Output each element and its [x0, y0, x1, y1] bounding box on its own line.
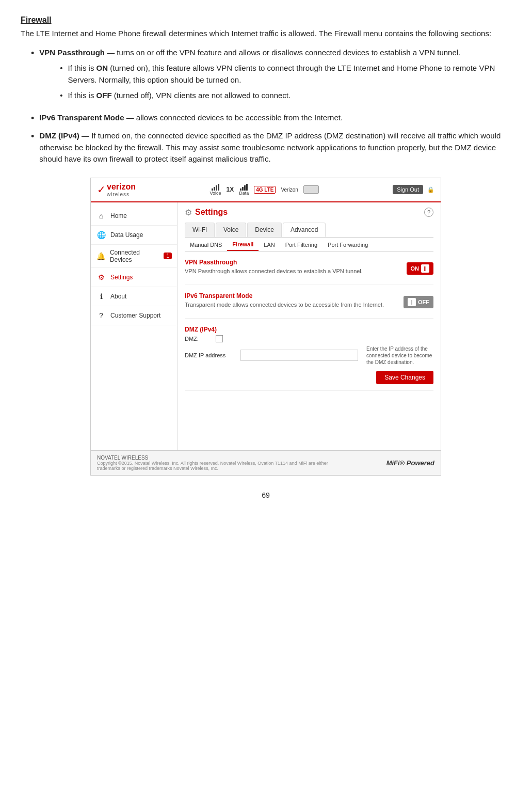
- router-ui: ✓ verizon wireless: [90, 178, 441, 476]
- ipv6-section-content: IPv6 Transparent Mode Transparent mode a…: [185, 292, 384, 312]
- tab-device[interactable]: Device: [247, 223, 282, 237]
- bullet-vpn: •: [31, 48, 34, 59]
- subtab-manual-dns[interactable]: Manual DNS: [185, 239, 227, 250]
- dmz-section-title: DMZ (IPv4): [185, 326, 433, 333]
- sidebar-item-connected-label: Connected Devices: [110, 249, 161, 263]
- dmz-field-label: DMZ:: [185, 336, 216, 342]
- sidebar-item-customer-support[interactable]: ? Customer Support: [91, 306, 177, 325]
- save-changes-button[interactable]: Save Changes: [376, 371, 433, 384]
- dmz-label: DMZ (IPv4): [39, 131, 79, 140]
- router-footer: NOVATEL WIRELESS Copyright ©2015. Novate…: [91, 450, 441, 475]
- ipv6-toggle-off[interactable]: | OFF: [404, 296, 433, 308]
- ipv6-section-title: IPv6 Transparent Mode: [185, 292, 384, 300]
- signal-1x: 1X: [226, 186, 234, 193]
- sub-bullet-off: •: [60, 91, 62, 100]
- vz-wireless-text: wireless: [107, 192, 136, 197]
- sidebar-item-support-label: Customer Support: [110, 312, 160, 319]
- sidebar: ⌂ Home 🌐 Data Usage 🔔 Connected Devices …: [91, 202, 178, 450]
- sidebar-item-about[interactable]: ℹ About: [91, 287, 177, 306]
- sidebar-item-data-usage[interactable]: 🌐 Data Usage: [91, 226, 177, 245]
- router-body: ⌂ Home 🌐 Data Usage 🔔 Connected Devices …: [91, 202, 441, 450]
- subtab-lan[interactable]: LAN: [259, 239, 280, 250]
- globe-icon: 🌐: [96, 230, 106, 240]
- help-icon[interactable]: ?: [424, 208, 433, 217]
- footer-left: NOVATEL WIRELESS Copyright ©2015. Novate…: [97, 455, 345, 471]
- section-title: Firewall: [21, 15, 511, 25]
- ipv6-connector: — allows connected devices to be accessi…: [124, 113, 343, 122]
- list-text-dmz: DMZ (IPv4) — If turned on, the connected…: [39, 130, 511, 165]
- list-item-dmz: • DMZ (IPv4) — If turned on, the connect…: [31, 130, 511, 165]
- data-signal-bars: [240, 183, 248, 191]
- tabs-row: Wi-Fi Voice Device Advanced: [185, 223, 433, 238]
- sidebar-item-about-label: About: [110, 293, 126, 300]
- gear-icon: ⚙: [96, 272, 106, 282]
- tab-voice[interactable]: Voice: [216, 223, 246, 237]
- vz-checkmark: ✓: [97, 183, 106, 196]
- ipv6-off-indicator: |: [408, 298, 416, 306]
- ipv6-section: IPv6 Transparent Mode Transparent mode a…: [185, 292, 433, 319]
- sidebar-item-connected-devices[interactable]: 🔔 Connected Devices 1: [91, 245, 177, 268]
- footer-logo: NOVATEL WIRELESS: [97, 455, 345, 461]
- mifi-logo: MiFi® Powered: [386, 459, 434, 467]
- panel-title-row: ⚙ Settings ?: [185, 208, 433, 217]
- subtab-port-forwarding[interactable]: Port Forwarding: [323, 239, 373, 250]
- home-icon: ⌂: [96, 211, 106, 221]
- vpn-sub-on-text: If this is ON (turned on), this feature …: [68, 62, 511, 86]
- vpn-sub-list: • If this is ON (turned on), this featur…: [39, 62, 511, 102]
- vpn-on-indicator: ||: [421, 264, 429, 273]
- sidebar-item-home[interactable]: ⌂ Home: [91, 207, 177, 226]
- vpn-sub-on: • If this is ON (turned on), this featur…: [60, 62, 511, 86]
- list-text-vpn: VPN Passthrough — turns on or off the VP…: [39, 47, 511, 106]
- panel-title: Settings: [195, 208, 228, 217]
- sidebar-item-settings[interactable]: ⚙ Settings: [91, 268, 177, 287]
- vpn-section-title: VPN Passthrough: [185, 259, 363, 266]
- intro-paragraph: The LTE Internet and Home Phone firewall…: [21, 28, 511, 40]
- vpn-sub-off-text: If this is OFF (turned off), VPN clients…: [68, 90, 291, 102]
- subtabs-row: Manual DNS Firewall LAN Port Filtering P…: [185, 238, 433, 251]
- screenshot-container: ✓ verizon wireless: [21, 178, 511, 476]
- verizon-logo: ✓ verizon wireless: [97, 182, 136, 197]
- bell-icon: 🔔: [96, 251, 106, 261]
- lte-badge: 4G LTE: [254, 186, 276, 194]
- data-label: Data: [239, 191, 249, 196]
- voice-signal-bars: [212, 183, 219, 191]
- list-text-ipv6: IPv6 Transparent Mode — allows connected…: [39, 112, 343, 124]
- vpn-section-content: VPN Passthrough VPN Passthrough allows c…: [185, 259, 363, 278]
- page-number: 69: [21, 491, 511, 499]
- list-item-ipv6: • IPv6 Transparent Mode — allows connect…: [31, 112, 511, 124]
- vpn-section-desc: VPN Passthrough allows connected devices…: [185, 268, 363, 274]
- vpn-toggle-row: VPN Passthrough VPN Passthrough allows c…: [185, 259, 433, 278]
- info-icon: ℹ: [96, 291, 106, 302]
- list-item-vpn: • VPN Passthrough — turns on or off the …: [31, 47, 511, 106]
- vpn-section: VPN Passthrough VPN Passthrough allows c…: [185, 259, 433, 285]
- tab-wifi[interactable]: Wi-Fi: [185, 223, 215, 237]
- ipv6-label: IPv6 Transparent Mode: [39, 113, 124, 122]
- ipv6-off-label: OFF: [418, 299, 429, 305]
- ipv6-toggle-row: IPv6 Transparent Mode Transparent mode a…: [185, 292, 433, 312]
- question-icon: ?: [96, 310, 106, 321]
- sidebar-item-settings-label: Settings: [110, 274, 133, 281]
- sidebar-item-home-label: Home: [110, 212, 127, 219]
- vpn-sub-off: • If this is OFF (turned off), VPN clien…: [60, 90, 511, 102]
- dmz-ip-row: DMZ IP address Enter the IP address of t…: [185, 345, 433, 366]
- dmz-help-text: Enter the IP address of the connected de…: [366, 345, 433, 366]
- dmz-row: DMZ:: [185, 335, 433, 342]
- tab-advanced[interactable]: Advanced: [283, 223, 326, 237]
- subtab-firewall[interactable]: Firewall: [227, 239, 259, 251]
- dmz-ip-input[interactable]: [240, 350, 358, 361]
- dmz-ip-label: DMZ IP address: [185, 352, 236, 358]
- subtab-port-filtering[interactable]: Port Filtering: [280, 239, 323, 250]
- header-center: Voice 1X Data 4G LTE Verizon: [209, 183, 318, 196]
- lock-icon: 🔒: [427, 186, 434, 193]
- vpn-connector: — turns on or off the VPN feature and al…: [105, 48, 460, 57]
- vz-brand: verizon: [107, 182, 136, 192]
- dmz-connector: — If turned on, the connected device spe…: [39, 131, 501, 163]
- signout-button[interactable]: Sign Out: [393, 185, 423, 194]
- bullet-ipv6: •: [31, 113, 34, 124]
- vpn-toggle-on[interactable]: ON ||: [407, 262, 434, 275]
- main-panel: ⚙ Settings ? Wi-Fi Voice Device Advanced…: [178, 202, 441, 450]
- vpn-on-label: ON: [411, 265, 420, 272]
- battery-icon: [303, 185, 319, 194]
- dmz-checkbox[interactable]: [216, 335, 223, 342]
- carrier-name: Verizon: [281, 187, 298, 193]
